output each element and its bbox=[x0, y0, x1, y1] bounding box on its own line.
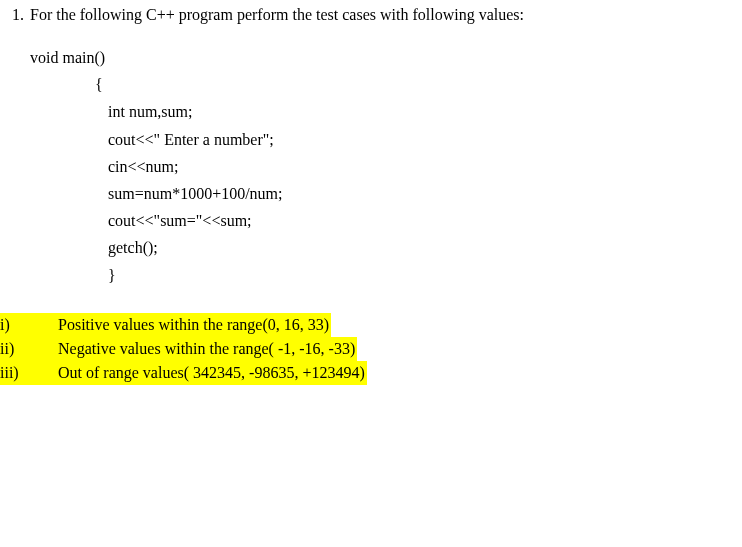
code-line-brace-open: { bbox=[95, 71, 742, 98]
option-row-ii: ii) Negative values within the range( -1… bbox=[0, 337, 742, 361]
option-row-iii: iii) Out of range values( 342345, -98635… bbox=[0, 361, 742, 385]
option-label-i: i) bbox=[0, 313, 30, 337]
code-line-getch: getch(); bbox=[108, 234, 742, 261]
option-gap bbox=[30, 337, 58, 361]
code-line-cout1: cout<<" Enter a number"; bbox=[108, 126, 742, 153]
code-line-cin: cin<<num; bbox=[108, 153, 742, 180]
code-line-main: void main() bbox=[30, 44, 742, 71]
option-label-ii: ii) bbox=[0, 337, 30, 361]
code-block: void main() { int num,sum; cout<<" Enter… bbox=[30, 44, 742, 289]
option-row-i: i) Positive values within the range(0, 1… bbox=[0, 313, 742, 337]
code-line-cout2: cout<<"sum="<<sum; bbox=[108, 207, 742, 234]
option-text-ii: Negative values within the range( -1, -1… bbox=[58, 337, 357, 361]
question-text: For the following C++ program perform th… bbox=[30, 6, 742, 24]
code-line-sum: sum=num*1000+100/num; bbox=[108, 180, 742, 207]
option-label-iii: iii) bbox=[0, 361, 30, 385]
option-gap bbox=[30, 361, 58, 385]
options-list: i) Positive values within the range(0, 1… bbox=[0, 313, 742, 385]
question-number: 1. bbox=[0, 6, 30, 24]
option-text-i: Positive values within the range(0, 16, … bbox=[58, 313, 331, 337]
option-text-iii: Out of range values( 342345, -98635, +12… bbox=[58, 361, 367, 385]
code-line-brace-close: } bbox=[108, 262, 742, 289]
code-line-declare: int num,sum; bbox=[108, 98, 742, 125]
question-row: 1. For the following C++ program perform… bbox=[0, 6, 742, 24]
option-gap bbox=[30, 313, 58, 337]
